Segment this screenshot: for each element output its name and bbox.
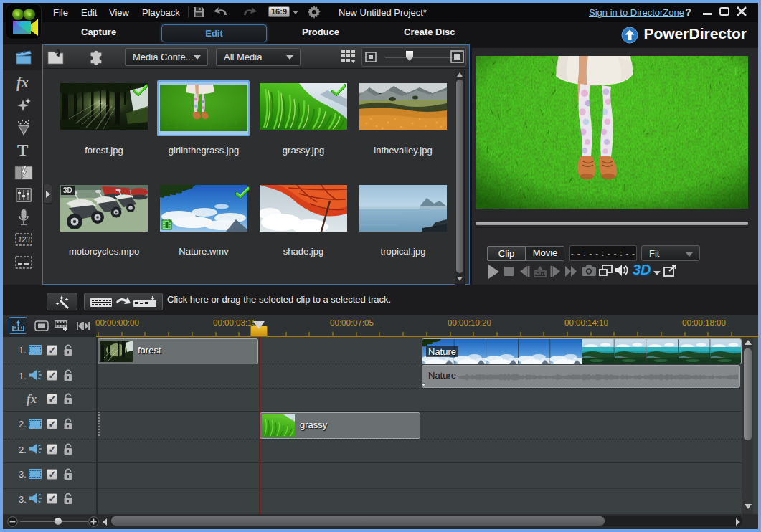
svg-text:123: 123 [18, 236, 30, 244]
